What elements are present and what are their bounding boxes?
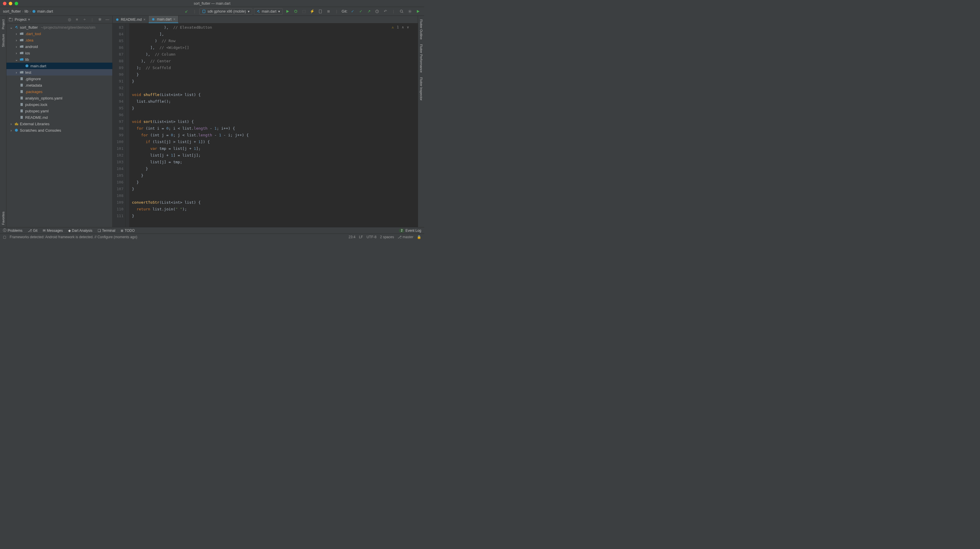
tree-arrow-icon[interactable]: ⌄ bbox=[14, 57, 18, 62]
code-line[interactable] bbox=[132, 192, 418, 199]
editor-tab[interactable]: main.dart× bbox=[149, 16, 178, 23]
left-tool-favorites[interactable]: Favorites bbox=[2, 212, 5, 225]
code-line[interactable]: list.shuffle(); bbox=[132, 98, 418, 105]
code-line[interactable]: for (int j = 0; j < list.length - 1 - i;… bbox=[132, 132, 418, 138]
tree-row[interactable]: analysis_options.yaml bbox=[6, 95, 112, 101]
editor-body[interactable]: 8384858687888990919293949596979899100101… bbox=[113, 24, 418, 227]
maximize-window-icon[interactable] bbox=[14, 2, 18, 5]
code-line[interactable]: ); // Scaffold bbox=[132, 64, 418, 71]
tree-row[interactable]: .packages bbox=[6, 88, 112, 95]
tree-row[interactable]: ›External Libraries bbox=[6, 121, 112, 127]
tree-row[interactable]: README.md bbox=[6, 114, 112, 121]
run-button[interactable] bbox=[284, 8, 291, 14]
breadcrumb-item[interactable]: main.dart bbox=[37, 9, 53, 13]
bottom-tool-terminal[interactable]: ❑ Terminal bbox=[98, 229, 115, 233]
tree-arrow-icon[interactable]: ⌄ bbox=[10, 25, 13, 30]
code-line[interactable]: ), // Column bbox=[132, 51, 418, 58]
breadcrumb[interactable]: sort_flutter › lib › main.dart bbox=[3, 9, 53, 13]
bottom-tool-messages[interactable]: ✉ Messages bbox=[43, 229, 63, 233]
code-line[interactable]: void shuffle(List<int> list) { bbox=[132, 91, 418, 98]
tree-arrow-icon[interactable]: › bbox=[14, 38, 18, 43]
code-line[interactable]: list[j + 1] = list[j]; bbox=[132, 152, 418, 159]
hot-reload-button[interactable] bbox=[317, 8, 323, 14]
sync-icon[interactable]: ↙ bbox=[183, 8, 189, 14]
code-line[interactable] bbox=[132, 84, 418, 91]
minimize-window-icon[interactable] bbox=[9, 2, 12, 5]
window-controls[interactable] bbox=[3, 2, 18, 5]
left-tool-project[interactable]: Project bbox=[2, 19, 5, 29]
git-branch[interactable]: ⎇ master bbox=[398, 235, 414, 239]
expand-all-icon[interactable]: ≡ bbox=[74, 16, 80, 23]
code-line[interactable]: if (list[j] > list[j + 1]) { bbox=[132, 138, 418, 145]
bottom-tool-git[interactable]: ⎇ Git bbox=[28, 229, 37, 233]
code-line[interactable]: void sort(List<int> list) { bbox=[132, 118, 418, 125]
close-window-icon[interactable] bbox=[3, 2, 6, 5]
code-line[interactable]: ), // ElevatedButton bbox=[132, 24, 418, 31]
history-icon[interactable] bbox=[374, 8, 380, 14]
project-tree[interactable]: ⌄sort_flutter~/projects/mine/gitee/demos… bbox=[6, 24, 112, 227]
code-line[interactable]: } bbox=[132, 212, 418, 219]
code-line[interactable]: ), // Center bbox=[132, 58, 418, 64]
bottom-tool-todo[interactable]: ≣ TODO bbox=[121, 229, 135, 233]
editor-tab[interactable]: README.md× bbox=[113, 16, 149, 23]
breadcrumb-item[interactable]: lib bbox=[25, 9, 29, 13]
code-line[interactable]: } bbox=[132, 71, 418, 78]
tree-row[interactable]: ›Scratches and Consoles bbox=[6, 127, 112, 134]
close-tab-icon[interactable]: × bbox=[143, 18, 145, 22]
code-line[interactable]: ) // Row bbox=[132, 37, 418, 44]
tree-row[interactable]: ›ios bbox=[6, 50, 112, 56]
inspection-widget[interactable]: ⚠ 1 ∧ ∨ bbox=[392, 25, 409, 29]
breadcrumb-item[interactable]: sort_flutter bbox=[3, 9, 21, 13]
left-tool-structure[interactable]: Structure bbox=[2, 34, 5, 47]
code-line[interactable]: } bbox=[132, 172, 418, 179]
tree-arrow-icon[interactable]: › bbox=[14, 45, 18, 49]
tree-row[interactable]: .gitignore bbox=[6, 75, 112, 82]
encoding[interactable]: UTF-8 bbox=[367, 235, 377, 239]
git-push-icon[interactable]: ↗ bbox=[366, 8, 372, 14]
lock-icon[interactable]: 🔒 bbox=[417, 235, 421, 239]
tree-row[interactable]: ›.dart_tool bbox=[6, 30, 112, 37]
tree-arrow-icon[interactable]: › bbox=[10, 128, 13, 132]
search-icon[interactable] bbox=[398, 8, 405, 14]
settings-icon[interactable] bbox=[407, 8, 413, 14]
code-line[interactable]: ], // <Widget>[] bbox=[132, 44, 418, 51]
tree-row[interactable]: pubspec.yaml bbox=[6, 108, 112, 114]
tree-row[interactable]: .metadata bbox=[6, 82, 112, 88]
right-tool-inspector[interactable]: Flutter Inspector bbox=[420, 77, 423, 100]
code-line[interactable]: list[j] = tmp; bbox=[132, 159, 418, 165]
coverage-button[interactable]: ⬚ bbox=[301, 8, 307, 14]
tree-row[interactable]: ›android bbox=[6, 43, 112, 50]
tree-row[interactable]: ⌄lib bbox=[6, 56, 112, 63]
device-selector[interactable]: sdk gphone x86 (mobile) ▾ bbox=[199, 8, 252, 14]
tree-row[interactable]: main.dart bbox=[6, 63, 112, 69]
line-ending[interactable]: LF bbox=[359, 235, 363, 239]
code-line[interactable]: return list.join(" "); bbox=[132, 206, 418, 212]
git-update-icon[interactable]: ✓ bbox=[349, 8, 356, 14]
code-line[interactable]: } bbox=[132, 186, 418, 192]
code-line[interactable]: convertToStr(List<int> list) { bbox=[132, 199, 418, 206]
tree-row[interactable]: ›.idea bbox=[6, 37, 112, 43]
right-tool-performance[interactable]: Flutter Performance bbox=[420, 44, 423, 73]
caret-position[interactable]: 23:4 bbox=[349, 235, 355, 239]
code-line[interactable]: } bbox=[132, 105, 418, 111]
code-line[interactable]: ], bbox=[132, 31, 418, 37]
tree-row[interactable]: ›test bbox=[6, 69, 112, 75]
revert-icon[interactable]: ↶ bbox=[382, 8, 388, 14]
code-line[interactable]: var tmp = list[j + 1]; bbox=[132, 145, 418, 152]
code-line[interactable]: for (int i = 0; i < list.length - 1; i++… bbox=[132, 125, 418, 132]
git-commit-icon[interactable]: ✓ bbox=[358, 8, 364, 14]
tree-arrow-icon[interactable]: › bbox=[14, 51, 18, 55]
project-panel-title[interactable]: Project bbox=[14, 17, 26, 22]
code-content[interactable]: ), // ElevatedButton ], ) // Row ], // <… bbox=[130, 24, 418, 227]
code-line[interactable] bbox=[132, 111, 418, 118]
locate-icon[interactable]: ◎ bbox=[67, 16, 72, 23]
tree-arrow-icon[interactable]: › bbox=[14, 70, 18, 75]
bottom-tool-dart-analysis[interactable]: ◆ Dart Analysis bbox=[68, 229, 92, 233]
stop-button[interactable] bbox=[325, 8, 332, 14]
code-line[interactable]: } bbox=[132, 179, 418, 186]
right-tool-outline[interactable]: Flutter Outline bbox=[420, 19, 423, 40]
bottom-tool-event-log[interactable]: 2 Event Log bbox=[399, 229, 421, 233]
tree-row[interactable]: pubspec.lock bbox=[6, 101, 112, 108]
tree-arrow-icon[interactable]: › bbox=[14, 32, 18, 36]
debug-button[interactable] bbox=[293, 8, 299, 14]
